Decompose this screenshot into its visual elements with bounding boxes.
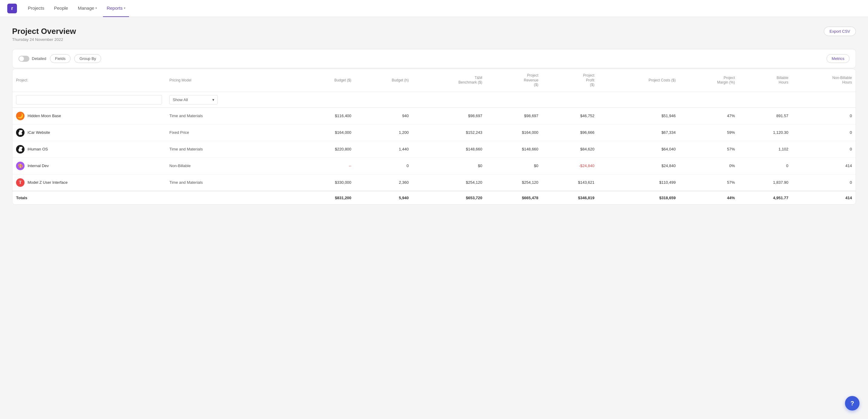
project-search-input[interactable] (16, 95, 162, 104)
totals-cell-0: Totals (12, 191, 166, 204)
cell-3-8: 0 (739, 157, 792, 174)
table-body: Show All ▾ 🌙Hidden Moon BaseTime and Mat… (12, 92, 856, 204)
totals-cell-9: 4,951.77 (739, 191, 792, 204)
table-row: 🌙Hidden Moon BaseTime and Materials$116,… (12, 107, 856, 124)
totals-cell-10: 414 (792, 191, 856, 204)
col-non-billable-hours: Non-BillableHours (792, 69, 856, 92)
cell-4-1: $330,000 (298, 174, 355, 191)
cell-0-5: $46,752 (542, 107, 598, 124)
cell-3-0: Non-Billable (166, 157, 298, 174)
project-cell-1: iCar Website (12, 124, 166, 141)
reports-chevron-icon: ▾ (124, 6, 125, 10)
project-icon: T (16, 178, 25, 187)
col-costs: Project Costs ($) (598, 69, 679, 92)
fields-button[interactable]: Fields (50, 54, 71, 63)
cell-0-3: $98,697 (412, 107, 486, 124)
cell-0-6: $51,946 (598, 107, 679, 124)
table-row: 🎨Internal DevNon-Billable--0$0$0-$24,840… (12, 157, 856, 174)
cell-1-2: 1,200 (355, 124, 412, 141)
toolbar-row: Detailed Fields Group By Metrics (19, 54, 849, 63)
project-cell-0: 🌙Hidden Moon Base (12, 107, 166, 124)
nav-manage[interactable]: Manage ▾ (74, 0, 100, 17)
cell-3-1: -- (298, 157, 355, 174)
cell-0-7: 47% (679, 107, 739, 124)
project-name: iCar Website (28, 130, 50, 135)
col-tm-benchmark: T&MBenchmark ($) (412, 69, 486, 92)
nav-reports[interactable]: Reports ▾ (103, 0, 129, 17)
project-cell-3: 🎨Internal Dev (12, 157, 166, 174)
totals-cell-1 (166, 191, 298, 204)
table-header: Project Pricing Model Budget ($) Budget … (12, 69, 856, 92)
app-logo[interactable]: r (7, 4, 17, 13)
project-table: Project Pricing Model Budget ($) Budget … (12, 69, 856, 204)
table-header-row: Project Pricing Model Budget ($) Budget … (12, 69, 856, 92)
cell-3-7: 0% (679, 157, 739, 174)
group-by-button[interactable]: Group By (74, 54, 101, 63)
project-filter-cell[interactable] (12, 92, 166, 107)
manage-chevron-icon: ▾ (95, 6, 97, 10)
col-pricing: Pricing Model (166, 69, 298, 92)
cell-4-6: $110,499 (598, 174, 679, 191)
col-revenue: ProjectRevenue($) (486, 69, 542, 92)
cell-4-7: 57% (679, 174, 739, 191)
project-icon (16, 128, 25, 137)
totals-cell-7: $318,659 (598, 191, 679, 204)
cell-1-7: 59% (679, 124, 739, 141)
project-icon: 🎨 (16, 162, 25, 170)
col-budget-dollar: Budget ($) (298, 69, 355, 92)
cell-4-4: $254,120 (486, 174, 542, 191)
col-budget-h: Budget (h) (355, 69, 412, 92)
cell-3-6: $24,840 (598, 157, 679, 174)
pricing-select-chevron-icon: ▾ (212, 97, 214, 102)
cell-2-8: 1,102 (739, 141, 792, 157)
page-title-group: Project Overview Thursday 24 November 20… (12, 27, 76, 42)
pricing-filter-cell[interactable]: Show All ▾ (166, 92, 298, 107)
cell-2-3: $148,660 (412, 141, 486, 157)
cell-3-3: $0 (412, 157, 486, 174)
nav-people[interactable]: People (50, 0, 72, 17)
cell-1-1: $164,000 (298, 124, 355, 141)
cell-3-5: -$24,840 (542, 157, 598, 174)
col-margin: ProjectMargin (%) (679, 69, 739, 92)
cell-2-1: $220,800 (298, 141, 355, 157)
totals-row: Totals$831,2005,940$653,720$665,478$346,… (12, 191, 856, 204)
cell-4-2: 2,360 (355, 174, 412, 191)
col-project: Project (12, 69, 166, 92)
cell-1-6: $67,334 (598, 124, 679, 141)
cell-4-8: 1,837.90 (739, 174, 792, 191)
export-csv-button[interactable]: Export CSV (824, 27, 856, 36)
cell-0-1: $116,400 (298, 107, 355, 124)
table-row: iCar WebsiteFixed Price$164,0001,200$152… (12, 124, 856, 141)
nav-projects[interactable]: Projects (24, 0, 48, 17)
totals-cell-4: $653,720 (412, 191, 486, 204)
detailed-toggle-wrap: Detailed (19, 56, 46, 62)
pricing-model-select[interactable]: Show All ▾ (169, 95, 218, 104)
table-card: Project Pricing Model Budget ($) Budget … (12, 69, 856, 205)
totals-cell-8: 44% (679, 191, 739, 204)
metrics-button[interactable]: Metrics (827, 54, 849, 63)
cell-1-8: 1,120.30 (739, 124, 792, 141)
project-name: Model Z User Interface (28, 180, 67, 185)
totals-cell-2: $831,200 (298, 191, 355, 204)
detailed-toggle[interactable] (19, 56, 29, 62)
cell-2-2: 1,440 (355, 141, 412, 157)
project-icon (16, 145, 25, 154)
totals-cell-5: $665,478 (486, 191, 542, 204)
cell-1-4: $164,000 (486, 124, 542, 141)
navbar: r Projects People Manage ▾ Reports ▾ (0, 0, 868, 17)
cell-4-5: $143,621 (542, 174, 598, 191)
totals-cell-3: 5,940 (355, 191, 412, 204)
cell-1-9: 0 (792, 124, 856, 141)
filter-row: Show All ▾ (12, 92, 856, 107)
col-billable-hours: BillableHours (739, 69, 792, 92)
cell-2-7: 57% (679, 141, 739, 157)
page-header: Project Overview Thursday 24 November 20… (12, 27, 856, 42)
pricing-select-value: Show All (173, 97, 188, 102)
toolbar-card: Detailed Fields Group By Metrics (12, 49, 856, 68)
cell-4-0: Time and Materials (166, 174, 298, 191)
cell-3-9: 414 (792, 157, 856, 174)
cell-3-4: $0 (486, 157, 542, 174)
cell-0-0: Time and Materials (166, 107, 298, 124)
cell-0-9: 0 (792, 107, 856, 124)
project-cell-2: iHuman OS (12, 141, 166, 157)
